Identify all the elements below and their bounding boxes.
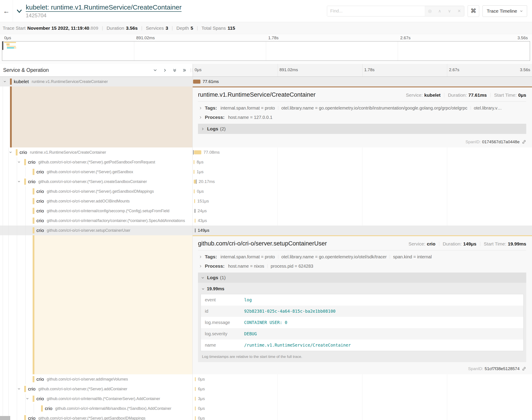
trace-view-select[interactable]: Trace Timeline <box>483 5 527 17</box>
prev-match-icon[interactable]: ∧ <box>435 8 445 14</box>
span-name-cell[interactable]: criogithub.com/cri-o/cri-o/server.(*Serv… <box>0 413 193 420</box>
span-timeline-cell[interactable]: 20.17ms <box>193 177 532 186</box>
process-accordion[interactable]: Process: host.name = nixosprocess.pid = … <box>198 261 526 271</box>
span-timeline-cell[interactable]: 0μs <box>193 374 532 384</box>
collapse-one-button[interactable] <box>153 68 157 72</box>
row-expand-chevron[interactable] <box>3 80 6 83</box>
chevron-down-icon <box>153 68 157 72</box>
span-row[interactable]: criogithub.com/cri-o/cri-o/server.(*Serv… <box>0 384 532 394</box>
span-row[interactable]: criogithub.com/cri-o/cri-o/server.(*Serv… <box>0 177 532 186</box>
span-row[interactable]: criogithub.com/cri-o/cri-o/internal/fact… <box>0 216 532 225</box>
tags-accordion[interactable]: Tags: internal.span.format = protootel.l… <box>198 103 526 113</box>
span-timeline-cell[interactable]: 0μs <box>193 404 532 413</box>
span-timeline-cell[interactable]: 3μs <box>193 394 532 404</box>
indent-guide <box>8 235 9 374</box>
span-row[interactable]: criogithub.com/cri-o/cri-o/server.(*Serv… <box>0 186 532 196</box>
span-timeline-cell[interactable]: 149μs <box>193 225 532 235</box>
indent-guide <box>8 167 9 177</box>
span-duration-label: 6μs <box>198 384 205 394</box>
collapse-header-button[interactable] <box>13 0 26 22</box>
span-name-cell[interactable]: criogithub.com/cri-o/cri-o/server.(*Serv… <box>0 157 193 167</box>
minimap-canvas[interactable] <box>2 41 530 61</box>
log-entry-accordion[interactable]: 19.99ms <box>201 284 524 294</box>
row-expand-chevron[interactable] <box>9 151 12 154</box>
minimap-drag-handle[interactable] <box>2 42 3 50</box>
keyboard-shortcuts-button[interactable]: ⌘ <box>468 5 479 17</box>
span-duration-label: 149μs <box>198 225 209 235</box>
span-timeline-cell[interactable]: 43μs <box>193 216 532 225</box>
span-name-cell[interactable]: criogithub.com/cri-o/cri-o/server.(*Serv… <box>0 167 193 177</box>
indent-guide <box>25 374 26 384</box>
summary-separator: | <box>102 26 103 30</box>
column-resizer[interactable] <box>190 68 192 72</box>
span-name-cell[interactable]: criogithub.com/cri-o/cri-o/internal/fact… <box>0 216 193 225</box>
span-row[interactable]: crioruntime.v1.RuntimeService/CreateCont… <box>0 148 532 157</box>
span-detail-head: runtime.v1.RuntimeService/CreateContaine… <box>198 91 526 98</box>
expand-all-button[interactable] <box>182 68 187 72</box>
chevron-down-icon <box>16 7 23 15</box>
span-row[interactable]: kubeletruntime.v1.RuntimeService/CreateC… <box>0 77 532 87</box>
trace-title-link[interactable]: kubelet: runtime.v1.RuntimeService/Creat… <box>26 3 182 12</box>
back-button[interactable]: ← <box>0 0 13 22</box>
span-name-cell[interactable]: crioruntime.v1.RuntimeService/CreateCont… <box>0 148 193 157</box>
span-timeline-cell[interactable]: 6μs <box>193 384 532 394</box>
log-note: Log timestamps are relative to the start… <box>201 351 524 360</box>
span-duration-label: 0μs <box>198 404 205 413</box>
span-timeline-cell[interactable]: 77.08ms <box>193 148 532 157</box>
span-row[interactable]: criogithub.com/cri-o/cri-o/server.addOCI… <box>0 196 532 206</box>
next-match-icon[interactable]: ∨ <box>445 8 454 14</box>
indent-guide <box>34 404 34 413</box>
span-row[interactable]: criogithub.com/cri-o/cri-o/internal/conf… <box>0 206 532 216</box>
span-name-cell[interactable]: criogithub.com/cri-o/cri-o/server.(*Serv… <box>0 384 193 394</box>
span-name-cell[interactable]: criogithub.com/cri-o/cri-o/internal/lib.… <box>0 394 193 404</box>
row-expand-chevron[interactable] <box>17 388 20 390</box>
span-labels: criogithub.com/cri-o/cri-o/server.setupC… <box>36 225 191 235</box>
row-expand-chevron[interactable] <box>17 180 20 183</box>
logs-accordion[interactable]: Logs (1) <box>198 272 526 283</box>
span-name-cell[interactable]: criogithub.com/cri-o/cri-o/server.setupC… <box>0 225 193 235</box>
span-timeline-cell[interactable]: 0μs <box>193 186 532 196</box>
duration-label: Duration: <box>443 241 462 247</box>
span-name-cell[interactable]: criogithub.com/cri-o/cri-o/server.addOCI… <box>0 196 193 206</box>
span-row[interactable]: criogithub.com/cri-o/cri-o/server.(*Serv… <box>0 413 532 420</box>
find-input[interactable] <box>327 6 425 16</box>
span-row[interactable]: criogithub.com/cri-o/cri-o/server.(*Serv… <box>0 157 532 167</box>
span-name-cell[interactable]: criogithub.com/cri-o/cri-o/server.(*Serv… <box>0 177 193 186</box>
tick-label: 1.78s <box>364 67 375 72</box>
operation-name: github.com/cri-o/cri-o/internal/config/s… <box>47 209 169 213</box>
expand-one-button[interactable] <box>163 68 167 72</box>
span-row[interactable]: criogithub.com/cri-o/cri-o/server.setupC… <box>0 225 532 235</box>
span-name-cell[interactable]: criogithub.com/cri-o/cri-o/internal/lib/… <box>0 404 193 413</box>
logs-accordion[interactable]: Logs (2) <box>198 124 526 134</box>
span-row[interactable]: criogithub.com/cri-o/cri-o/internal/lib.… <box>0 394 532 404</box>
copy-link-icon[interactable] <box>522 140 526 144</box>
span-name-cell[interactable]: criogithub.com/cri-o/cri-o/server.(*Serv… <box>0 186 193 196</box>
chevron-down-icon <box>201 276 204 279</box>
span-duration-bar <box>194 199 195 203</box>
span-name-cell[interactable]: criogithub.com/cri-o/cri-o/server.addIma… <box>0 374 193 384</box>
span-timeline-cell[interactable]: 24μs <box>193 206 532 216</box>
indent-guide <box>3 374 3 384</box>
span-name-cell[interactable]: criogithub.com/cri-o/cri-o/internal/conf… <box>0 206 193 216</box>
span-row[interactable]: criogithub.com/cri-o/cri-o/internal/lib/… <box>0 404 532 413</box>
span-timeline-cell[interactable]: 0μs <box>193 413 532 420</box>
row-expand-chevron[interactable] <box>17 161 20 164</box>
span-timeline-cell[interactable]: 77.61ms <box>193 77 532 87</box>
copy-link-icon[interactable] <box>522 367 526 371</box>
collapse-all-button[interactable] <box>173 68 177 72</box>
focus-match-icon[interactable]: ◎ <box>425 8 435 14</box>
process-accordion[interactable]: Process: host.name = 127.0.0.1 <box>198 113 526 122</box>
span-row[interactable]: criogithub.com/cri-o/cri-o/server.(*Serv… <box>0 167 532 177</box>
span-timeline-cell[interactable]: 151μs <box>193 196 532 206</box>
span-name-cell[interactable]: kubeletruntime.v1.RuntimeService/CreateC… <box>0 77 193 87</box>
span-row[interactable]: criogithub.com/cri-o/cri-o/server.addIma… <box>0 374 532 384</box>
chevron-down-icon <box>17 388 20 390</box>
logs-label: Logs <box>207 126 218 132</box>
tags-accordion[interactable]: Tags: internal.span.format = protootel.l… <box>198 252 526 261</box>
span-timeline-cell[interactable]: 1μs <box>193 167 532 177</box>
row-expand-chevron[interactable] <box>26 397 29 400</box>
indent-guide <box>25 206 26 216</box>
span-timeline-cell[interactable]: 8μs <box>193 157 532 167</box>
process-list: host.name = nixosprocess.pid = 624283 <box>228 264 313 269</box>
clear-search-icon[interactable]: ✕ <box>454 8 464 14</box>
